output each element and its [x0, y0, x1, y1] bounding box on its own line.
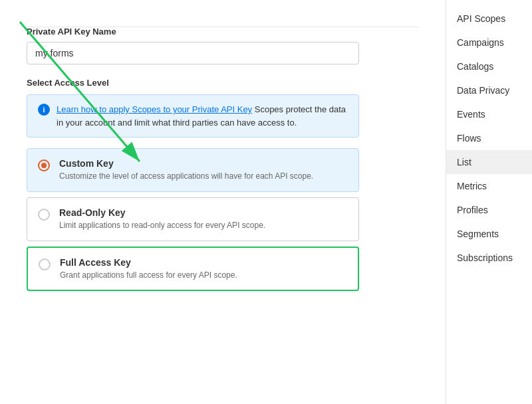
- readonly-key-radio[interactable]: [38, 209, 50, 221]
- sidebar-item-profiles[interactable]: Profiles: [446, 198, 532, 222]
- sidebar-item-list[interactable]: List: [446, 150, 532, 174]
- info-text: Learn how to apply Scopes to your Privat…: [57, 103, 348, 129]
- sidebar-item-flows[interactable]: Flows: [446, 126, 532, 150]
- annotation-container: Custom Key Customize the level of access…: [27, 148, 359, 291]
- access-level-label: Select Access Level: [27, 78, 419, 88]
- custom-key-desc: Customize the level of access applicatio…: [59, 171, 313, 182]
- sidebar-item-events[interactable]: Events: [446, 102, 532, 126]
- custom-key-radio[interactable]: [38, 159, 50, 171]
- custom-key-radio-inner: [41, 163, 47, 168]
- readonly-key-desc: Limit applications to read-only access f…: [59, 220, 265, 231]
- readonly-key-title: Read-Only Key: [59, 207, 265, 218]
- sidebar-item-data-privacy[interactable]: Data Privacy: [446, 78, 532, 102]
- sidebar-item-metrics[interactable]: Metrics: [446, 174, 532, 198]
- full-access-key-option[interactable]: Full Access Key Grant applications full …: [27, 247, 359, 292]
- sidebar-item-subscriptions[interactable]: Subscriptions: [446, 246, 532, 270]
- custom-key-title: Custom Key: [59, 158, 313, 169]
- api-key-name-label: Private API Key Name: [27, 27, 419, 37]
- sidebar: API Scopes Campaigns Catalogs Data Priva…: [446, 0, 532, 404]
- sidebar-item-segments[interactable]: Segments: [446, 222, 532, 246]
- full-access-key-title: Full Access Key: [60, 257, 237, 268]
- info-icon: i: [38, 104, 50, 116]
- readonly-key-option[interactable]: Read-Only Key Limit applications to read…: [27, 197, 359, 241]
- custom-key-option[interactable]: Custom Key Customize the level of access…: [27, 148, 359, 192]
- sidebar-item-catalogs[interactable]: Catalogs: [446, 54, 532, 78]
- sidebar-item-api-scopes[interactable]: API Scopes: [446, 7, 532, 31]
- main-content: Private API Key Name Select Access Level…: [0, 0, 446, 404]
- readonly-key-text: Read-Only Key Limit applications to read…: [59, 207, 265, 231]
- info-box: i Learn how to apply Scopes to your Priv…: [27, 94, 359, 138]
- custom-key-text: Custom Key Customize the level of access…: [59, 158, 313, 182]
- info-link[interactable]: Learn how to apply Scopes to your Privat…: [57, 104, 252, 114]
- full-access-key-desc: Grant applications full access for every…: [60, 270, 237, 281]
- sidebar-item-campaigns[interactable]: Campaigns: [446, 31, 532, 54]
- top-border: [27, 27, 419, 27]
- full-access-key-radio[interactable]: [39, 258, 51, 270]
- api-key-name-input[interactable]: [27, 42, 359, 64]
- full-access-key-text: Full Access Key Grant applications full …: [60, 257, 237, 281]
